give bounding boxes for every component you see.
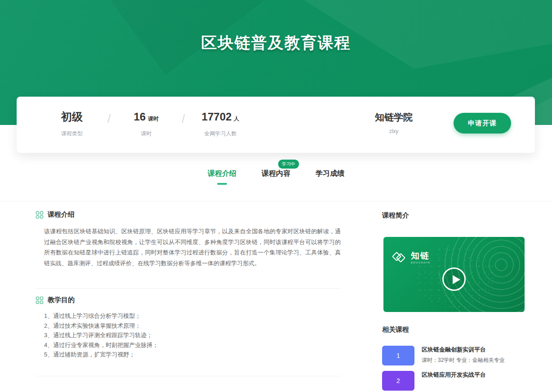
organization-code: zlxy xyxy=(375,128,413,134)
stat-value: 17702 xyxy=(202,110,232,124)
active-tab-underline xyxy=(217,183,227,185)
stat-label: 课程类型 xyxy=(52,130,92,138)
zhilian-logo: 知链 EDUCHAIN xyxy=(393,251,430,264)
section-divider xyxy=(36,376,341,376)
related-courses-section: 相关课程 1 区块链金融创新实训平台 课时：32学时 专业：金融相关专业 2 区… xyxy=(382,325,526,391)
tab-learning-score[interactable]: 学习成绩 xyxy=(316,167,344,185)
intro-section-title: 课程介绍 xyxy=(48,210,75,219)
intro-section-header: 课程介绍 xyxy=(36,210,341,219)
organization-block: 知链学院 zlxy xyxy=(375,111,413,134)
stat-hours: 16 课时 课时 xyxy=(126,110,166,138)
related-courses-list: 1 区块链金融创新实训平台 课时：32学时 专业：金融相关专业 2 区块链应用开… xyxy=(382,346,526,391)
tab-course-intro[interactable]: 课程介绍 xyxy=(208,167,236,185)
tab-course-content[interactable]: 课程内容 学习中 xyxy=(262,167,290,185)
section-divider xyxy=(36,288,341,289)
logo-text: 知链 xyxy=(411,251,430,260)
diamond-chain-icon xyxy=(393,252,407,263)
related-course-item[interactable]: 1 区块链金融创新实训平台 课时：32学时 专业：金融相关专业 xyxy=(382,346,526,365)
course-stats: 初级 课程类型 / 16 课时 课时 / 17702 人 全网学习人数 xyxy=(52,110,240,138)
apply-course-button[interactable]: 申请开课 xyxy=(454,113,511,134)
course-index-badge: 1 xyxy=(382,346,414,365)
objective-item: 4、通过行业专家视角，时刻把握产业脉搏； xyxy=(44,340,341,350)
stat-value: 初级 xyxy=(61,110,83,124)
organization-name: 知链学院 xyxy=(375,111,413,124)
objective-item: 2、通过技术实验快速掌握技术原理； xyxy=(44,321,341,331)
stat-label: 课时 xyxy=(126,130,166,138)
stat-unit: 课时 xyxy=(148,115,159,123)
main-content: 课程介绍 该课程包括区块链基础知识、区块链原理、区块链应用等学习章节，以及来自全… xyxy=(36,210,341,376)
tab-label: 课程介绍 xyxy=(208,169,236,177)
related-course-item[interactable]: 2 区块链应用开发实战平台 xyxy=(382,371,526,391)
video-section-title: 课程简介 xyxy=(382,211,526,220)
stat-learners: 17702 人 全网学习人数 xyxy=(200,110,240,138)
course-detail-page: 区块链普及教育课程 初级 课程类型 / 16 课时 课时 / 17702 xyxy=(0,0,552,392)
stat-value: 16 xyxy=(134,110,146,124)
course-tabs: 课程介绍 课程内容 学习中 学习成绩 xyxy=(0,167,552,185)
stat-course-type: 初级 课程类型 xyxy=(52,110,92,138)
tab-label: 课程内容 xyxy=(262,169,290,177)
objectives-list: 1、通过线上学习综合分析学习模型； 2、通过技术实验快速掌握技术原理； 3、通过… xyxy=(44,311,341,360)
course-title: 区块链普及教育课程 xyxy=(0,32,552,53)
tab-label: 学习成绩 xyxy=(316,169,344,177)
stat-divider-slash: / xyxy=(182,112,185,126)
stat-unit: 人 xyxy=(234,115,239,123)
stat-label: 全网学习人数 xyxy=(200,130,240,138)
page-divider xyxy=(0,201,552,201)
objective-item: 5、通过辅助资源，扩宽学习视野； xyxy=(44,350,341,360)
objective-item: 3、通过线上学习评测全程跟踪学习轨迹； xyxy=(44,330,341,340)
grid-icon xyxy=(36,211,43,218)
course-intro-video[interactable]: 知链 EDUCHAIN xyxy=(383,237,525,312)
course-index-badge: 2 xyxy=(382,371,414,391)
objective-item: 1、通过线上学习综合分析学习模型； xyxy=(44,311,341,321)
logo-subtext: EDUCHAIN xyxy=(411,261,430,264)
course-info-card: 初级 课程类型 / 16 课时 课时 / 17702 人 全网学习人数 xyxy=(17,97,535,153)
sidebar: 课程简介 知链 EDUCHAIN 相关课程 1 区块链金融创新实训平台 xyxy=(382,211,526,391)
related-course-name: 区块链应用开发实战平台 xyxy=(422,371,486,379)
related-courses-title: 相关课程 xyxy=(382,325,526,334)
learning-status-badge: 学习中 xyxy=(278,160,299,169)
stat-divider-slash: / xyxy=(107,112,111,126)
related-course-meta: 课时：32学时 专业：金融相关专业 xyxy=(422,356,505,364)
grid-icon xyxy=(36,297,43,304)
intro-section-body: 该课程包括区块链基础知识、区块链原理、区块链应用等学习章节，以及来自全国各地的专… xyxy=(44,226,341,268)
related-course-name: 区块链金融创新实训平台 xyxy=(422,346,505,353)
objectives-section-header: 教学目的 xyxy=(36,296,341,304)
objectives-section-title: 教学目的 xyxy=(48,296,75,304)
play-icon[interactable] xyxy=(442,267,466,291)
